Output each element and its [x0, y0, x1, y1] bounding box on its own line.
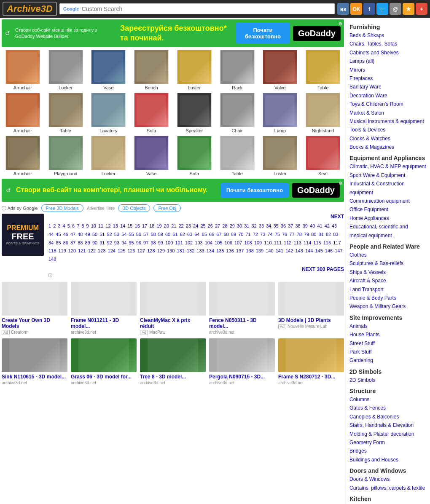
premium-ad[interactable]: PREMIUM FREE FONTS & GRAPHICS: [2, 214, 44, 256]
page-link[interactable]: 59: [158, 232, 163, 237]
bottom-card[interactable]: Create Your Own 3D Models AdCreaform: [2, 282, 67, 335]
page-link[interactable]: 104: [205, 240, 212, 245]
page-link[interactable]: 29: [230, 223, 235, 228]
model-item[interactable]: Chair: [216, 93, 258, 133]
page-link[interactable]: 78: [297, 232, 302, 237]
sidebar-link[interactable]: Weapon & Military Gears: [349, 302, 427, 311]
page-link[interactable]: 126: [127, 248, 135, 253]
ad-reload-icon[interactable]: ↺: [5, 30, 10, 37]
sidebar-link[interactable]: Musical instruments & equipment: [349, 117, 427, 126]
page-link[interactable]: 110: [264, 240, 271, 245]
page-link[interactable]: 117: [333, 240, 341, 245]
page-link[interactable]: 85: [56, 240, 61, 245]
page-link[interactable]: 136: [226, 248, 234, 253]
page-link[interactable]: 39: [303, 223, 308, 228]
ad-link-free3d[interactable]: Free 3D Models: [41, 204, 83, 212]
page-link[interactable]: 131: [177, 248, 184, 253]
page-link[interactable]: 86: [63, 240, 68, 245]
page-link[interactable]: 97: [143, 240, 148, 245]
page-link[interactable]: 13: [113, 223, 118, 228]
sidebar-link[interactable]: Mirrors: [349, 66, 427, 74]
ad-close-button-2[interactable]: ⊗: [339, 180, 342, 186]
page-link[interactable]: 106: [225, 240, 232, 245]
page-link[interactable]: 118: [48, 248, 56, 253]
sidebar-link[interactable]: Aircraft & Space: [349, 276, 427, 285]
model-item[interactable]: Nightstand: [302, 93, 344, 133]
page-link[interactable]: 133: [196, 248, 204, 253]
page-link[interactable]: 45: [56, 232, 61, 237]
page-link[interactable]: 52: [107, 232, 112, 237]
page-link[interactable]: 83: [333, 232, 338, 237]
page-link[interactable]: 87: [70, 240, 75, 245]
page-link[interactable]: 143: [296, 248, 303, 253]
model-item[interactable]: Seat: [302, 136, 344, 176]
ad-start-button-2[interactable]: Почати безкоштовно: [220, 183, 289, 198]
page-link[interactable]: 129: [157, 248, 165, 253]
page-link[interactable]: 35: [274, 223, 279, 228]
page-link[interactable]: 62: [180, 232, 185, 237]
page-link[interactable]: 137: [236, 248, 244, 253]
page-link[interactable]: 132: [187, 248, 194, 253]
page-link[interactable]: 116: [323, 240, 331, 245]
model-item[interactable]: Locker: [45, 50, 87, 90]
search-input[interactable]: [82, 5, 331, 12]
bottom-card[interactable]: Frame N011211 - 3D model... archive3d.ne…: [71, 282, 137, 335]
page-link[interactable]: 89: [85, 240, 90, 245]
sidebar-link[interactable]: Cabinets and Shelves: [349, 48, 427, 57]
page-link[interactable]: 15: [127, 223, 132, 228]
page-link[interactable]: 49: [85, 232, 90, 237]
sidebar-link[interactable]: Books & Magazines: [349, 143, 427, 151]
search-bar[interactable]: Google: [59, 3, 335, 14]
page-link[interactable]: 31: [244, 223, 249, 228]
model-item[interactable]: Locker: [88, 136, 130, 176]
model-item[interactable]: Speaker: [173, 93, 215, 133]
page-link[interactable]: 33: [259, 223, 264, 228]
page-link[interactable]: 12: [105, 223, 110, 228]
page-link[interactable]: 55: [129, 232, 134, 237]
next-button[interactable]: NEXT: [331, 214, 344, 220]
page-link[interactable]: 76: [282, 232, 287, 237]
page-link[interactable]: 101: [175, 240, 183, 245]
sidebar-link[interactable]: Tools & Devices: [349, 126, 427, 134]
page-link[interactable]: 102: [185, 240, 193, 245]
page-link[interactable]: 108: [244, 240, 252, 245]
page-link[interactable]: 135: [216, 248, 224, 253]
bottom-card[interactable]: CleanMyMac X à prix réduit AdMacPaw: [140, 282, 206, 335]
page-link[interactable]: 60: [165, 232, 170, 237]
sidebar-link[interactable]: Educational, scientific and medical equi…: [349, 223, 427, 240]
ad-start-button[interactable]: Почати безкоштовно: [236, 23, 290, 44]
page-link[interactable]: 111: [274, 240, 282, 245]
page-link[interactable]: 93: [114, 240, 119, 245]
page-link[interactable]: 41: [317, 223, 322, 228]
page-link[interactable]: 112: [284, 240, 291, 245]
page-link[interactable]: 74: [267, 232, 272, 237]
page-link[interactable]: 50: [92, 232, 97, 237]
page-link[interactable]: 16: [135, 223, 140, 228]
model-item[interactable]: Table: [45, 93, 87, 133]
page-link[interactable]: 66: [209, 232, 214, 237]
page-link[interactable]: 146: [325, 248, 333, 253]
sidebar-link[interactable]: 2D Simbols: [349, 376, 427, 384]
sidebar-link[interactable]: Chairs, Tables, Sofas: [349, 40, 427, 48]
page-link[interactable]: 18: [149, 223, 154, 228]
ok-icon[interactable]: ОК: [350, 3, 362, 15]
page-link[interactable]: 94: [121, 240, 126, 245]
page-link[interactable]: 77: [289, 232, 294, 237]
bottom-card[interactable]: 3D Models | 3D Plants AdNouvelle Mesure …: [278, 282, 344, 335]
sidebar-link[interactable]: Office Equipment: [349, 205, 427, 214]
model-item[interactable]: Table: [216, 136, 258, 176]
page-link[interactable]: 125: [118, 248, 125, 253]
page-link[interactable]: 20: [164, 223, 169, 228]
sidebar-link[interactable]: Climatic, HVAC & MEP equipment: [349, 162, 427, 171]
twitter-icon[interactable]: 🐦: [376, 3, 388, 15]
sidebar-link[interactable]: Toys & Children's Room: [349, 100, 427, 108]
page-link[interactable]: 119: [58, 248, 66, 253]
sidebar-link[interactable]: Land Transport: [349, 285, 427, 294]
page-link[interactable]: 81: [319, 232, 324, 237]
sidebar-link[interactable]: Sport Ware & Equipment: [349, 171, 427, 180]
model-item[interactable]: Sofa: [173, 136, 215, 176]
page-link[interactable]: 63: [187, 232, 192, 237]
sidebar-link[interactable]: Gates & Fences: [349, 404, 427, 412]
page-link[interactable]: 96: [136, 240, 141, 245]
page-link[interactable]: 8: [81, 223, 84, 228]
